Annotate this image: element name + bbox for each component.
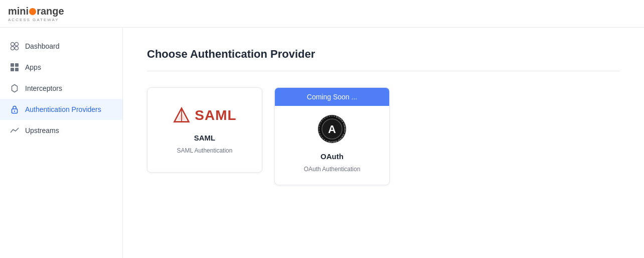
oauth-logo-svg: A OAUTH · OAUTH · OAUTH · OAUTH ·: [318, 115, 346, 143]
sidebar-item-label: Apps: [25, 63, 41, 71]
sidebar: Dashboard Apps Interceptors: [0, 28, 123, 258]
logo-range: range: [37, 6, 64, 17]
saml-logo: SAML: [173, 106, 236, 124]
saml-text-logo: SAML: [195, 107, 236, 123]
oauth-card[interactable]: Coming Soon ... A OAUTH · OAUTH: [274, 87, 390, 185]
svg-text:A: A: [328, 123, 336, 136]
app-layout: Dashboard Apps Interceptors: [0, 28, 644, 258]
page-title: Choose Authentication Provider: [147, 48, 620, 61]
oauth-logo: A OAUTH · OAUTH · OAUTH · OAUTH ·: [318, 115, 346, 143]
apps-icon: [10, 63, 19, 72]
svg-rect-6: [11, 68, 14, 71]
interceptors-icon: [10, 84, 19, 93]
svg-point-1: [15, 43, 19, 46]
sidebar-item-label: Upstreams: [25, 126, 59, 135]
saml-card-desc: SAML Authentication: [177, 147, 233, 154]
logo: minirange ACCESS GATEWAY: [8, 5, 64, 22]
oauth-card-body: A OAUTH · OAUTH · OAUTH · OAUTH · OAuth …: [304, 115, 361, 173]
oauth-card-desc: OAuth Authentication: [304, 166, 361, 173]
svg-point-0: [11, 43, 15, 46]
dashboard-icon: [10, 42, 19, 51]
provider-cards: SAML SAML SAML Authentication Coming Soo…: [147, 87, 620, 185]
logo-mini: mini: [8, 6, 29, 17]
svg-point-3: [15, 47, 19, 50]
logo-subtitle: ACCESS GATEWAY: [8, 18, 59, 22]
sidebar-item-label: Interceptors: [25, 84, 62, 92]
svg-point-9: [14, 110, 15, 111]
svg-rect-5: [15, 63, 19, 67]
logo-text: minirange: [8, 5, 64, 17]
sidebar-item-auth-providers[interactable]: Authentication Providers: [0, 99, 122, 120]
upstreams-icon: [10, 126, 19, 135]
saml-triangle-icon: [173, 106, 191, 124]
coming-soon-banner: Coming Soon ...: [275, 88, 389, 106]
oauth-card-name: OAuth: [320, 152, 344, 161]
svg-rect-7: [15, 68, 19, 71]
sidebar-item-label: Dashboard: [25, 42, 60, 50]
divider: [147, 71, 620, 71]
sidebar-item-apps[interactable]: Apps: [0, 57, 122, 78]
sidebar-item-upstreams[interactable]: Upstreams: [0, 120, 122, 141]
saml-card-name: SAML: [194, 134, 216, 142]
sidebar-item-label: Authentication Providers: [25, 105, 101, 113]
sidebar-item-interceptors[interactable]: Interceptors: [0, 78, 122, 99]
lock-icon: [10, 105, 19, 114]
svg-rect-4: [11, 63, 14, 67]
logo-circle-icon: [29, 8, 36, 15]
saml-card[interactable]: SAML SAML SAML Authentication: [147, 87, 262, 173]
svg-point-2: [11, 47, 15, 50]
main-content: Choose Authentication Provider SAML SAML: [123, 28, 644, 258]
saml-card-body: SAML SAML SAML Authentication: [173, 106, 236, 154]
navbar: minirange ACCESS GATEWAY: [0, 0, 644, 28]
sidebar-item-dashboard[interactable]: Dashboard: [0, 36, 122, 57]
